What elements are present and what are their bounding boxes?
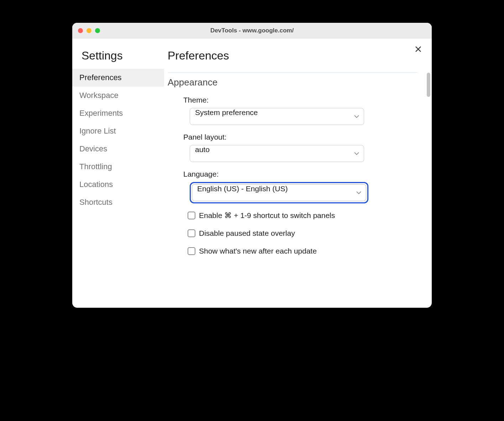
checkbox-row-enable-shortcut: Enable ⌘ + 1-9 shortcut to switch panels [188, 211, 415, 220]
sidebar-item-label: Locations [79, 180, 113, 189]
field-theme: Theme: System preference [183, 96, 415, 125]
window-body: Settings Preferences Workspace Experimen… [72, 38, 432, 308]
theme-label: Theme: [183, 96, 415, 104]
panel-layout-select-wrap: auto [190, 145, 364, 162]
field-language: Language: English (US) - English (US) [183, 170, 415, 203]
checkbox-show-whats-new[interactable] [188, 247, 195, 255]
sidebar-item-label: Devices [79, 144, 107, 153]
language-select-wrap: English (US) - English (US) [190, 182, 368, 203]
sidebar-item-experiments[interactable]: Experiments [72, 104, 164, 122]
section-title-appearance: Appearance [168, 77, 415, 88]
scroll-area[interactable]: Appearance Theme: System preference Pane… [168, 77, 418, 304]
language-label: Language: [183, 170, 415, 178]
sidebar-items: Preferences Workspace Experiments Ignore… [72, 69, 164, 211]
sidebar-item-label: Workspace [79, 91, 119, 100]
divider [168, 72, 418, 73]
panel-layout-select[interactable]: auto [190, 145, 364, 162]
window-title: DevTools - www.google.com/ [210, 27, 294, 34]
panel-layout-label: Panel layout: [183, 133, 415, 141]
checkbox-label[interactable]: Enable ⌘ + 1-9 shortcut to switch panels [199, 211, 335, 220]
theme-select-wrap: System preference [190, 108, 364, 125]
sidebar-item-locations[interactable]: Locations [72, 176, 164, 193]
page-title: Preferences [168, 49, 418, 62]
sidebar-item-label: Shortcuts [79, 198, 112, 207]
scrollbar-thumb[interactable] [427, 73, 430, 97]
sidebar: Settings Preferences Workspace Experimen… [72, 38, 164, 308]
sidebar-item-label: Preferences [79, 73, 122, 82]
close-icon [414, 45, 422, 54]
checkbox-row-disable-overlay: Disable paused state overlay [188, 229, 415, 238]
checkbox-disable-overlay[interactable] [188, 229, 195, 237]
sidebar-title: Settings [72, 49, 164, 69]
window-close-button[interactable] [78, 28, 83, 33]
language-select[interactable]: English (US) - English (US) [192, 184, 366, 201]
theme-select[interactable]: System preference [190, 108, 364, 125]
language-select-value: English (US) - English (US) [197, 184, 288, 193]
devtools-window: DevTools - www.google.com/ Settings Pref… [72, 23, 432, 308]
checkbox-enable-shortcut[interactable] [188, 212, 195, 219]
sidebar-item-label: Experiments [79, 109, 123, 118]
checkbox-row-show-whats-new: Show what's new after each update [188, 247, 415, 255]
titlebar: DevTools - www.google.com/ [72, 23, 432, 38]
checkbox-label[interactable]: Disable paused state overlay [199, 229, 295, 238]
panel-layout-select-value: auto [195, 145, 210, 154]
sidebar-item-ignore-list[interactable]: Ignore List [72, 122, 164, 140]
main-panel: Preferences Appearance Theme: System pre… [164, 38, 432, 308]
sidebar-item-shortcuts[interactable]: Shortcuts [72, 193, 164, 211]
close-button[interactable] [413, 45, 423, 55]
theme-select-value: System preference [195, 108, 258, 116]
field-panel-layout: Panel layout: auto [183, 133, 415, 162]
window-maximize-button[interactable] [95, 28, 100, 33]
window-minimize-button[interactable] [86, 28, 91, 33]
checkbox-label[interactable]: Show what's new after each update [199, 247, 317, 255]
traffic-lights [78, 28, 100, 33]
sidebar-item-label: Throttling [79, 162, 112, 171]
sidebar-item-label: Ignore List [79, 126, 116, 135]
sidebar-item-throttling[interactable]: Throttling [72, 158, 164, 176]
sidebar-item-preferences[interactable]: Preferences [72, 69, 164, 87]
sidebar-item-devices[interactable]: Devices [72, 140, 164, 158]
sidebar-item-workspace[interactable]: Workspace [72, 87, 164, 104]
